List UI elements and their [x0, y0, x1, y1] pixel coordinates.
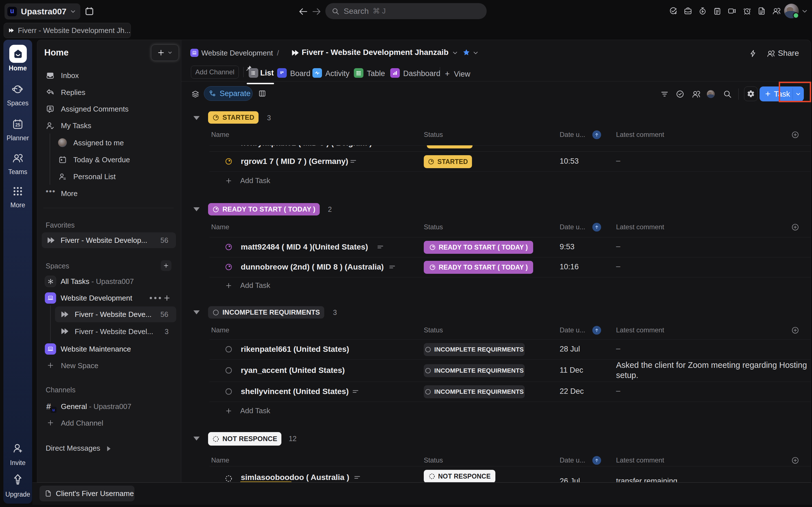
svg-text:25: 25: [15, 122, 20, 127]
